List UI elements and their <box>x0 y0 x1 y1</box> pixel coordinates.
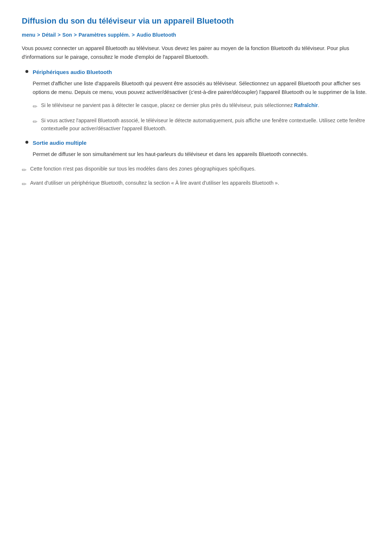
breadcrumb-item-detail[interactable]: Détail <box>42 31 56 39</box>
top-note-text-1: Cette fonction n'est pas disponible sur … <box>30 165 256 173</box>
section-body-peripheriques: Permet d'afficher une liste d'appareils … <box>33 79 370 97</box>
section-peripheriques: Périphériques audio Bluetooth Permet d'a… <box>25 68 370 132</box>
note-text-2: Si vous activez l'appareil Bluetooth ass… <box>41 116 370 133</box>
top-note-item-2: ✏ Avant d'utiliser un périphérique Bluet… <box>22 179 370 189</box>
top-note-text-2: Avant d'utiliser un périphérique Bluetoo… <box>30 179 279 187</box>
top-note-item-1: ✏ Cette fonction n'est pas disponible su… <box>22 165 370 175</box>
rafraichir-link[interactable]: Rafraîchir <box>294 102 318 108</box>
top-notes: ✏ Cette fonction n'est pas disponible su… <box>22 165 370 189</box>
pencil-icon-2: ✏ <box>33 117 37 127</box>
breadcrumb-item-parametres[interactable]: Paramètres supplém. <box>78 31 130 39</box>
page-title: Diffusion du son du téléviseur via un ap… <box>22 15 370 27</box>
pencil-icon-top-1: ✏ <box>22 165 26 175</box>
bullet-dot-1 <box>25 70 28 73</box>
breadcrumb: menu > Détail > Son > Paramètres supplém… <box>22 31 370 39</box>
note-item-2: ✏ Si vous activez l'appareil Bluetooth a… <box>33 116 370 133</box>
section-title-peripheriques: Périphériques audio Bluetooth <box>33 68 112 77</box>
section-sortie: Sortie audio multiple Permet de diffuser… <box>25 139 370 159</box>
breadcrumb-separator-3: > <box>74 31 77 39</box>
note-item-1: ✏ Si le téléviseur ne parvient pas à dét… <box>33 101 370 111</box>
breadcrumb-item-menu[interactable]: menu <box>22 31 35 39</box>
section-title-sortie: Sortie audio multiple <box>33 139 86 147</box>
breadcrumb-separator-2: > <box>58 31 61 39</box>
pencil-icon-1: ✏ <box>33 102 37 111</box>
breadcrumb-item-son[interactable]: Son <box>62 31 72 39</box>
section-peripheriques-header: Périphériques audio Bluetooth <box>25 68 370 77</box>
section-list: Périphériques audio Bluetooth Permet d'a… <box>25 68 370 159</box>
breadcrumb-separator: > <box>37 31 40 39</box>
pencil-icon-top-2: ✏ <box>22 180 26 189</box>
breadcrumb-separator-4: > <box>132 31 135 39</box>
section-body-sortie: Permet de diffuser le son simultanément … <box>33 150 370 159</box>
note-text-1: Si le téléviseur ne parvient pas à détec… <box>41 101 319 109</box>
intro-text: Vous pouvez connecter un appareil Blueto… <box>22 44 370 62</box>
bullet-dot-2 <box>25 141 28 144</box>
peripheriques-notes: ✏ Si le téléviseur ne parvient pas à dét… <box>33 101 370 132</box>
breadcrumb-item-audio-bluetooth[interactable]: Audio Bluetooth <box>136 31 176 39</box>
section-sortie-header: Sortie audio multiple <box>25 139 370 147</box>
